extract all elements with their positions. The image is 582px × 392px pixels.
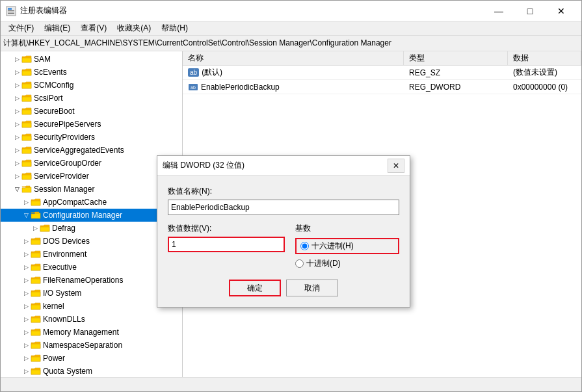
ok-button[interactable]: 确定 xyxy=(229,280,281,296)
expand-icon: ▷ xyxy=(21,302,31,311)
tree-item-appcompatcache[interactable]: ▷ AppCompatCache xyxy=(1,196,182,209)
folder-icon xyxy=(31,263,41,272)
expand-icon: ▷ xyxy=(21,328,31,337)
minimize-button[interactable]: — xyxy=(484,2,514,20)
menu-favorites[interactable]: 收藏夹(A) xyxy=(112,21,156,35)
expand-icon: ▷ xyxy=(12,107,21,116)
reg-row-default[interactable]: ab (默认) REG_SZ (数值未设置) xyxy=(183,66,581,80)
tree-item-configuration-manager[interactable]: ▽ Configuration Manager xyxy=(1,209,182,222)
svg-rect-9 xyxy=(22,110,31,114)
folder-icon xyxy=(21,146,32,155)
ab-icon: ab xyxy=(188,68,199,77)
expand-icon: ▷ xyxy=(31,224,40,233)
svg-rect-25 xyxy=(31,344,40,348)
reg-row-enableperiodicbackup[interactable]: ab EnablePeriodicBackup REG_DWORD 0x0000… xyxy=(183,80,581,94)
dialog-title: 编辑 DWORD (32 位值) xyxy=(163,160,245,171)
svg-text:ab: ab xyxy=(191,85,196,90)
tree-item-defrag[interactable]: ▷ Defrag xyxy=(1,222,182,235)
menu-file[interactable]: 文件(F) xyxy=(3,21,39,35)
dialog-name-input[interactable] xyxy=(168,200,399,215)
tree-item-serviceaggregatedevents[interactable]: ▷ ServiceAggregatedEvents xyxy=(1,144,182,157)
expand-icon: ▷ xyxy=(12,94,21,103)
address-path: 计算机\HKEY_LOCAL_MACHINE\SYSTEM\CurrentCon… xyxy=(3,38,391,49)
tree-label: ServiceGroupOrder xyxy=(34,159,101,168)
expand-icon: ▷ xyxy=(12,146,21,155)
svg-rect-22 xyxy=(31,305,40,309)
tree-item-power[interactable]: ▷ Power xyxy=(1,352,182,365)
svg-rect-17 xyxy=(31,240,40,244)
tree-label: I/O System xyxy=(43,289,81,298)
svg-rect-12 xyxy=(22,149,31,153)
expand-icon: ▽ xyxy=(21,211,31,220)
tree-label: Power xyxy=(43,354,65,363)
tree-item-sam[interactable]: ▷ SAM xyxy=(1,53,182,66)
tree-label: SecureBoot xyxy=(34,107,75,116)
tree-item-servicegrouporder[interactable]: ▷ ServiceGroupOrder xyxy=(1,157,182,170)
dialog-base-section: 基数 十六进制(H) 十进制(D) xyxy=(295,223,399,269)
menu-edit[interactable]: 编辑(E) xyxy=(39,21,75,35)
dialog-close-button[interactable]: ✕ xyxy=(388,159,404,173)
dialog-value-label: 数值数据(V): xyxy=(168,223,285,234)
tree-label: Defrag xyxy=(52,224,75,233)
radio-group: 十六进制(H) 十进制(D) xyxy=(295,238,399,269)
tree-label: ServiceAggregatedEvents xyxy=(34,146,124,155)
tree-item-environment[interactable]: ▷ Environment xyxy=(1,248,182,261)
tree-item-executive[interactable]: ▷ Executive xyxy=(1,261,182,274)
tree-item-kernel[interactable]: ▷ kernel xyxy=(1,300,182,313)
hex-radio-option[interactable]: 十六进制(H) xyxy=(295,238,399,254)
menu-view[interactable]: 查看(V) xyxy=(75,21,112,35)
folder-icon xyxy=(21,133,32,142)
svg-rect-16 xyxy=(40,227,49,231)
svg-rect-10 xyxy=(22,123,31,127)
tree-label: Quota System xyxy=(43,367,92,376)
svg-rect-3 xyxy=(8,12,14,12)
title-bar: 注册表编辑器 — □ ✕ xyxy=(1,1,581,21)
svg-rect-20 xyxy=(31,279,40,283)
tree-item-securepipeservers[interactable]: ▷ SecurePipeServers xyxy=(1,118,182,131)
tree-item-iosystem[interactable]: ▷ I/O System xyxy=(1,287,182,300)
dialog-name-label: 数值名称(N): xyxy=(168,186,399,197)
reg-name-enableperiodicbackup: ab EnablePeriodicBackup xyxy=(183,83,404,92)
expand-icon: ▽ xyxy=(12,185,21,194)
svg-rect-5 xyxy=(22,58,31,62)
dialog-value-input[interactable] xyxy=(168,237,285,252)
folder-icon xyxy=(21,68,32,77)
tree-item-scevents[interactable]: ▷ ScEvents xyxy=(1,66,182,79)
expand-icon: ▷ xyxy=(21,367,31,376)
tree-label: Configuration Manager xyxy=(43,211,122,220)
tree-item-secureboot[interactable]: ▷ SecureBoot xyxy=(1,105,182,118)
tree-label: KnownDLLs xyxy=(43,315,85,324)
tree-item-securityproviders[interactable]: ▷ SecurityProviders xyxy=(1,131,182,144)
dec-radio[interactable] xyxy=(295,259,304,268)
tree-label: FileRenameOperations xyxy=(43,276,123,285)
col-header-type: 类型 xyxy=(404,51,508,65)
tree-item-dosdevices[interactable]: ▷ DOS Devices xyxy=(1,235,182,248)
tree-item-memory-management[interactable]: ▷ Memory Management xyxy=(1,326,182,339)
tree-item-session-manager[interactable]: ▽ Session Manager xyxy=(1,183,182,196)
maximize-button[interactable]: □ xyxy=(515,2,545,20)
tree-item-scmconfig[interactable]: ▷ SCMConfig xyxy=(1,79,182,92)
cancel-button[interactable]: 取消 xyxy=(286,280,338,296)
status-bar xyxy=(1,377,581,391)
dialog-body: 数值名称(N): 数值数据(V): 基数 xyxy=(157,176,410,307)
base-section-label: 基数 xyxy=(295,223,399,234)
tree-item-knowndlls[interactable]: ▷ KnownDLLs xyxy=(1,313,182,326)
folder-icon xyxy=(31,250,41,259)
close-button[interactable]: ✕ xyxy=(546,2,576,20)
tree-item-namespaceseparation[interactable]: ▷ NamespaceSeparation xyxy=(1,339,182,352)
folder-icon xyxy=(40,224,50,233)
folder-icon xyxy=(21,81,32,90)
tree-item-filerename[interactable]: ▷ FileRenameOperations xyxy=(1,274,182,287)
folder-icon xyxy=(31,198,41,207)
hex-radio[interactable] xyxy=(300,242,309,250)
tree-label: DOS Devices xyxy=(43,237,90,246)
menu-help[interactable]: 帮助(H) xyxy=(156,21,193,35)
tree-label: SecurityProviders xyxy=(34,133,95,142)
tree-item-scsiport[interactable]: ▷ ScsiPort xyxy=(1,92,182,105)
expand-icon: ▷ xyxy=(12,68,21,77)
reg-data-default: (数值未设置) xyxy=(508,67,581,78)
tree-label: SAM xyxy=(34,55,51,64)
dec-radio-option[interactable]: 十进制(D) xyxy=(295,258,399,269)
tree-item-quotasystem[interactable]: ▷ Quota System xyxy=(1,365,182,377)
tree-item-serviceprovider[interactable]: ▷ ServiceProvider xyxy=(1,170,182,183)
